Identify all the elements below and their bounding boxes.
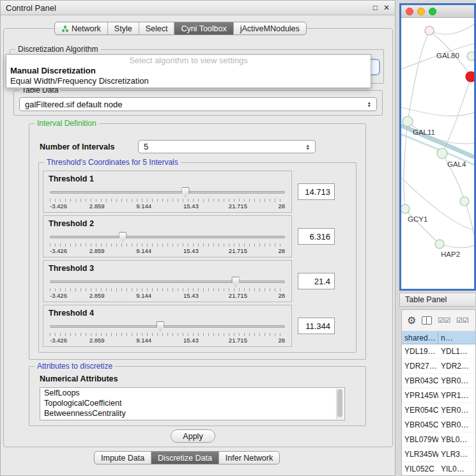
table-panel: ⚙ ☑☑ ☑☑ shared… n… YDL19… YDL1… YDR27… Y… (401, 309, 476, 476)
cell[interactable]: YDL19… (402, 347, 438, 356)
tab-infer-network[interactable]: Infer Network (219, 452, 279, 464)
select-all-checkboxes-icon[interactable]: ☑☑ (438, 316, 450, 325)
table-row[interactable]: YIL052C YIL0… (402, 462, 475, 476)
zoom-traffic-light-icon[interactable] (429, 8, 436, 15)
node-label: GAL11 (413, 128, 435, 136)
table-row[interactable]: YER054C YER0… (402, 403, 475, 418)
tab-style[interactable]: Style (108, 22, 139, 35)
slider-track[interactable] (50, 191, 285, 194)
scrollbar-thumb[interactable] (337, 389, 342, 417)
tab-jactivemnodules[interactable]: jActiveMNodules (234, 22, 306, 35)
threshold-4-slider[interactable] (50, 321, 285, 332)
threshold-4-value-field[interactable]: 11.344 (298, 318, 335, 334)
network-canvas[interactable]: GAL80 GAL11 GAL4 GCY1 HAP2 (401, 18, 474, 276)
column-header-shared-name[interactable]: shared… (402, 332, 438, 344)
threshold-3-panel: Threshold 3 -3.426 2.859 9.144 15.43 (43, 260, 292, 302)
tab-select[interactable]: Select (139, 22, 175, 35)
slider-thumb[interactable] (119, 232, 127, 242)
slider-tick-marks (50, 333, 285, 336)
cell[interactable]: YDR2… (438, 362, 475, 371)
tab-discretize-data-label: Discretize Data (158, 454, 212, 463)
gear-icon[interactable]: ⚙ (407, 316, 416, 326)
list-scrollbar[interactable] (336, 388, 344, 419)
table-row[interactable]: YPR145W YPR1… (402, 388, 475, 403)
list-item[interactable]: SelfLoops (40, 388, 344, 398)
table-row[interactable]: YDL19… YDL1… (402, 344, 475, 359)
network-view-window[interactable]: GAL80 GAL11 GAL4 GCY1 HAP2 (399, 3, 476, 291)
network-node-gal11[interactable] (403, 116, 413, 127)
desktop: Control Panel □ ✕ Network Style (0, 0, 476, 476)
network-node-gal80[interactable] (425, 26, 434, 35)
threshold-2-panel: Threshold 2 -3.426 2.859 9.144 15.43 (43, 215, 292, 257)
slider-scale: -3.426 2.859 9.144 15.43 21.715 28 (50, 203, 285, 210)
slider-track[interactable] (50, 280, 285, 283)
tab-impute-data[interactable]: Impute Data (95, 452, 151, 464)
table-row[interactable]: YDR27… YDR2… (402, 359, 475, 374)
close-traffic-light-icon[interactable] (406, 8, 413, 15)
tab-cyni-toolbox-label: Cyni Toolbox (181, 24, 226, 33)
select-none-checkboxes-icon[interactable]: ☑☑ (456, 316, 469, 325)
network-node-red[interactable] (466, 72, 474, 82)
tab-network[interactable]: Network (55, 22, 108, 35)
list-item[interactable]: TopologicalCoefficient (40, 398, 344, 408)
cell[interactable]: YDL1… (438, 347, 475, 356)
slider-track[interactable] (50, 236, 285, 238)
numerical-attributes-list[interactable]: SelfLoops TopologicalCoefficient Between… (40, 387, 345, 420)
table-row[interactable]: YBR043C YBR0… (402, 374, 475, 388)
table-row[interactable]: YBL079W YBL0… (402, 433, 475, 447)
threshold-3-value-field[interactable]: 21.4 (298, 273, 335, 289)
apply-button[interactable]: Apply (171, 429, 215, 443)
float-window-icon[interactable]: □ (373, 3, 378, 12)
cell[interactable]: YBL0… (438, 435, 475, 444)
cell[interactable]: YDR27… (402, 362, 438, 371)
cell[interactable]: YLR345W (402, 450, 438, 459)
network-node-hap2[interactable] (435, 240, 444, 249)
close-icon[interactable]: ✕ (383, 3, 390, 12)
tab-discretize-data[interactable]: Discretize Data (151, 452, 219, 464)
thresholds-group: Threshold's Coordinates for 5 Intervals … (38, 162, 357, 353)
control-panel-titlebar: Control Panel □ ✕ (1, 1, 395, 15)
table-data-combobox[interactable]: galFiltered.sif default node ▲▼ (19, 97, 377, 111)
tab-cyni-toolbox[interactable]: Cyni Toolbox (174, 22, 233, 35)
cell[interactable]: YER0… (438, 406, 475, 415)
minimize-traffic-light-icon[interactable] (417, 8, 425, 15)
slider-thumb[interactable] (181, 187, 190, 197)
algorithm-option-equal-width[interactable]: Equal Width/Frequency Discretization (6, 76, 371, 86)
threshold-1-slider[interactable] (50, 187, 285, 197)
network-node-gcy1[interactable] (401, 204, 410, 213)
number-of-intervals-combobox[interactable]: 5 ▲▼ (138, 140, 316, 153)
network-node[interactable] (460, 197, 469, 206)
table-panel-titlebar: Table Panel (399, 293, 476, 307)
threshold-1-value-field[interactable]: 14.713 (298, 183, 335, 200)
threshold-2-slider[interactable] (50, 232, 285, 242)
node-label: HAP2 (441, 250, 460, 258)
cell[interactable]: YBR0… (438, 420, 475, 429)
cell[interactable]: YPR1… (438, 391, 475, 400)
cell[interactable]: YIL052C (402, 464, 438, 473)
slider-thumb[interactable] (231, 277, 240, 287)
tick-label: 28 (278, 203, 285, 210)
algorithm-option-manual[interactable]: Manual Discretization (6, 66, 371, 76)
network-node-gal4[interactable] (437, 148, 447, 158)
column-header-name[interactable]: n… (438, 332, 475, 344)
cell[interactable]: YBR045C (402, 420, 438, 429)
slider-track[interactable] (50, 325, 285, 328)
cell[interactable]: YBR0… (438, 376, 475, 385)
cell[interactable]: YLR3… (438, 450, 475, 459)
cell[interactable]: YBL079W (402, 435, 438, 444)
slider-thumb[interactable] (156, 321, 164, 332)
cell[interactable]: YIL0… (438, 464, 475, 473)
network-icon (61, 25, 69, 33)
list-item[interactable]: BetweennessCentrality (40, 408, 344, 418)
cell[interactable]: YBR043C (402, 376, 438, 385)
node-label: GAL4 (447, 160, 466, 168)
threshold-3-slider[interactable] (50, 277, 285, 287)
network-node[interactable] (467, 52, 474, 61)
threshold-2-value-field[interactable]: 6.316 (298, 228, 335, 245)
threshold-1-panel: Threshold 1 -3.426 2.859 9.144 15.43 (43, 171, 292, 213)
columns-icon[interactable] (422, 316, 432, 325)
table-row[interactable]: YLR345W YLR3… (402, 447, 475, 462)
cell[interactable]: YER054C (402, 406, 438, 415)
cell[interactable]: YPR145W (402, 391, 438, 400)
table-row[interactable]: YBR045C YBR0… (402, 418, 475, 433)
